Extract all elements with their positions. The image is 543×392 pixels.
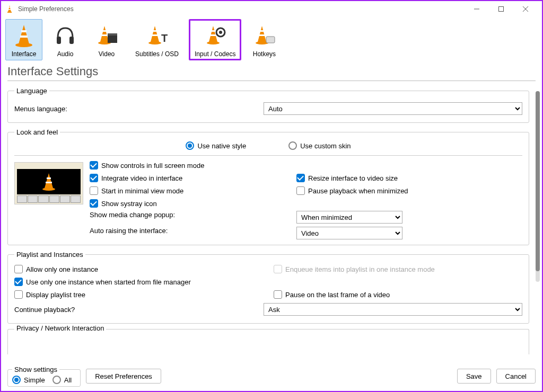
svg-rect-13 (69, 37, 74, 44)
svg-rect-16 (102, 30, 107, 32)
playlist-legend: Playlist and Instances (14, 251, 85, 259)
radio-icon (12, 376, 21, 384)
custom-skin-label: Use custom skin (300, 142, 351, 150)
auto-raising-label: Auto raising the interface: (90, 227, 286, 239)
tab-video[interactable]: Video (88, 19, 125, 60)
checkbox-icon (296, 174, 305, 182)
cancel-button[interactable]: Cancel (496, 369, 536, 384)
language-group: Language Menus language: Auto (7, 87, 529, 123)
checkbox-icon (90, 199, 98, 208)
svg-rect-17 (101, 34, 107, 36)
page-title: Interface Settings (1, 60, 542, 81)
tab-audio[interactable]: Audio (47, 19, 84, 60)
tab-input-codecs[interactable]: Input / Codecs (189, 19, 241, 60)
checkbox-icon (14, 265, 23, 273)
allow-one-instance-checkbox[interactable]: Allow only one instance (14, 264, 263, 274)
native-style-radio[interactable]: Use native style (186, 141, 246, 150)
show-controls-checkbox[interactable]: Show controls in full screen mode (90, 160, 286, 171)
category-tabs: Interface Audio Video T Subtitles / OSD … (1, 17, 542, 60)
svg-marker-36 (45, 173, 53, 188)
svg-point-30 (219, 31, 222, 34)
media-popup-select[interactable]: When minimized (296, 211, 402, 224)
svg-rect-35 (266, 37, 275, 43)
tab-label: Subtitles / OSD (135, 50, 179, 58)
show-settings-legend: Show settings (12, 366, 59, 373)
pause-last-frame-checkbox[interactable]: Pause on the last frame of a video (274, 289, 522, 300)
checkbox-icon (274, 265, 282, 273)
tab-subtitles[interactable]: T Subtitles / OSD (129, 19, 185, 60)
svg-rect-33 (260, 30, 264, 32)
privacy-legend: Privacy / Network Interaction (14, 324, 106, 332)
svg-rect-23 (152, 34, 157, 36)
privacy-group: Privacy / Network Interaction (7, 329, 529, 354)
media-popup-label: Show media change popup: (90, 211, 286, 224)
tab-label: Video (99, 50, 115, 58)
svg-point-9 (15, 43, 32, 47)
window-title: Simple Preferences (18, 5, 465, 13)
checkbox-icon (90, 161, 98, 170)
checkbox-icon (14, 290, 23, 299)
reset-preferences-button[interactable]: Reset Preferences (86, 369, 161, 384)
look-legend: Look and feel (14, 128, 60, 136)
divider (7, 81, 536, 81)
auto-raising-select[interactable]: Video (296, 227, 402, 239)
svg-rect-19 (108, 33, 117, 35)
use-one-fm-label: Use only one instance when started from … (26, 278, 191, 286)
svg-point-26 (207, 41, 220, 44)
start-minimal-checkbox[interactable]: Start in minimal view mode (90, 185, 286, 196)
pause-minimized-label: Pause playback when minimized (308, 187, 408, 195)
cone-gear-icon (203, 23, 228, 48)
footer: Show settings Simple All Reset Preferenc… (1, 361, 542, 391)
svg-rect-38 (47, 177, 51, 179)
native-style-label: Use native style (197, 142, 246, 150)
pause-minimized-checkbox[interactable]: Pause playback when minimized (296, 185, 493, 196)
svg-rect-2 (8, 7, 11, 8)
svg-marker-0 (8, 5, 11, 12)
radio-icon (288, 141, 297, 150)
radio-icon (186, 141, 194, 150)
svg-text:T: T (161, 32, 168, 44)
playlist-instances-group: Playlist and Instances Allow only one in… (7, 251, 529, 324)
svg-rect-10 (21, 30, 27, 32)
tab-interface[interactable]: Interface (5, 19, 42, 60)
checkbox-icon (90, 186, 98, 195)
scrollbar-thumb[interactable] (536, 91, 540, 271)
checkbox-icon (14, 278, 23, 286)
resize-interface-label: Resize interface to video size (308, 174, 398, 182)
svg-rect-1 (7, 12, 12, 13)
maximize-button[interactable] (489, 1, 513, 17)
svg-point-21 (148, 41, 161, 44)
tab-label: Input / Codecs (195, 50, 235, 58)
all-radio[interactable]: All (52, 376, 72, 384)
svg-rect-34 (259, 34, 265, 36)
show-controls-label: Show controls in full screen mode (101, 162, 204, 170)
systray-checkbox[interactable]: Show systray icon (90, 198, 286, 209)
language-legend: Language (14, 87, 49, 95)
all-label: All (64, 376, 72, 384)
scrollbar[interactable] (536, 91, 540, 282)
simple-radio[interactable]: Simple (12, 376, 45, 384)
close-button[interactable] (513, 1, 538, 17)
custom-skin-radio[interactable]: Use custom skin (288, 141, 351, 150)
checkbox-icon (274, 290, 282, 299)
menus-language-select[interactable]: Auto (264, 102, 522, 115)
enqueue-items-checkbox: Enqueue items into playlist in one insta… (274, 264, 522, 274)
menus-language-label: Menus language: (14, 105, 264, 113)
integrate-video-checkbox[interactable]: Integrate video in interface (90, 173, 286, 183)
save-button[interactable]: Save (457, 369, 491, 384)
tab-hotkeys[interactable]: Hotkeys (246, 19, 283, 60)
continue-playback-select[interactable]: Ask (264, 303, 522, 316)
titlebar: Simple Preferences (1, 1, 542, 17)
tab-label: Interface (12, 50, 37, 58)
resize-interface-checkbox[interactable]: Resize interface to video size (296, 173, 493, 183)
interface-preview-image (14, 162, 83, 204)
svg-rect-18 (108, 35, 117, 43)
minimize-button[interactable] (465, 1, 489, 17)
settings-scroll-area: Language Menus language: Auto Look and f… (7, 86, 529, 359)
svg-rect-3 (8, 9, 11, 10)
display-playlist-tree-checkbox[interactable]: Display playlist tree (14, 289, 263, 300)
cone-hotkey-icon (251, 23, 277, 48)
show-settings-group: Show settings Simple All (7, 366, 81, 387)
use-one-instance-fm-checkbox[interactable]: Use only one instance when started from … (14, 277, 522, 287)
checkbox-icon (90, 174, 98, 182)
